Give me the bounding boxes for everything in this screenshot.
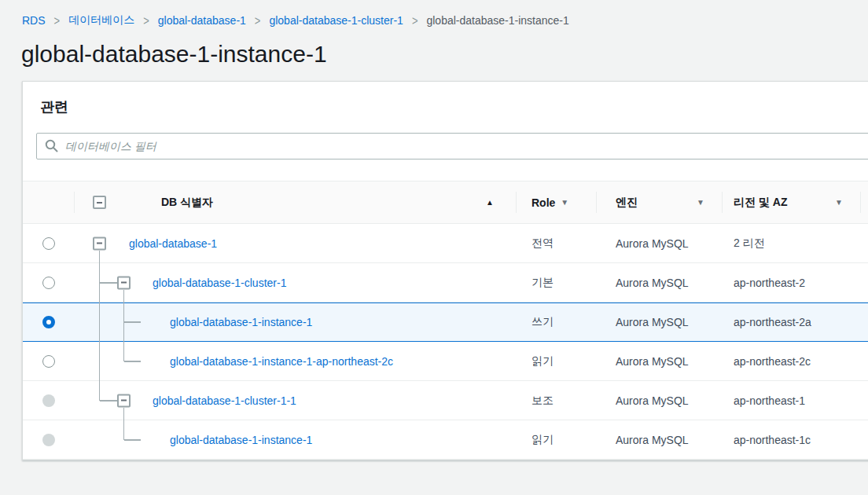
table-header-select-column	[23, 182, 74, 223]
breadcrumb-separator-icon: >	[54, 13, 61, 28]
engine-cell: Aurora MySQL	[596, 381, 722, 420]
region-az-cell: ap-northeast-2	[722, 263, 860, 302]
breadcrumb-link-global-database[interactable]: global-database-1	[158, 14, 246, 27]
table-row: global-database-1-instance-1-ap-northeas…	[23, 342, 868, 381]
role-column-label: Role	[531, 196, 555, 209]
database-filter-search	[36, 133, 868, 160]
region-filter-caret-icon[interactable]: ▼	[835, 198, 843, 207]
region-az-cell: ap-northeast-2c	[722, 342, 860, 380]
row-radio-button-disabled	[42, 434, 55, 446]
region-az-cell: 2 리전	[722, 224, 860, 262]
row-radio-button[interactable]	[42, 237, 55, 250]
breadcrumb-separator-icon: >	[143, 13, 149, 28]
db-identifier-link[interactable]: global-database-1-instance-1	[74, 434, 312, 446]
table-row: global-database-1-instance-1 읽기 Aurora M…	[23, 420, 868, 460]
related-panel: 관련 DB 식별자 ▲ Role ▼ 엔진 ▼ 리전 및 AZ ▼	[22, 81, 868, 460]
engine-cell: Aurora MySQL	[596, 303, 722, 341]
collapse-toggle-icon[interactable]	[117, 394, 131, 407]
row-radio-button-checked[interactable]	[42, 316, 55, 328]
engine-cell: Aurora MySQL	[596, 224, 722, 262]
role-cell: 보조	[516, 381, 596, 420]
table-header-region-az: 리전 및 AZ ▼	[722, 182, 860, 223]
breadcrumb-separator-icon: >	[255, 13, 261, 28]
engine-cell: Aurora MySQL	[596, 420, 722, 459]
table-body: global-database-1 전역 Aurora MySQL 2 리전 g…	[23, 224, 868, 460]
region-az-cell: ap-northeast-1c	[722, 420, 860, 459]
collapse-all-toggle-icon[interactable]	[93, 196, 106, 209]
collapse-toggle-icon[interactable]	[93, 236, 106, 250]
db-identifier-link[interactable]: global-database-1-instance-1-ap-northeas…	[74, 355, 393, 368]
page-title: global-database-1-instance-1	[21, 41, 868, 68]
role-filter-caret-icon[interactable]: ▼	[561, 198, 568, 207]
db-identifier-link[interactable]: global-database-1-cluster-1-1	[74, 394, 296, 407]
table-row-selected: global-database-1-instance-1 쓰기 Aurora M…	[23, 302, 868, 342]
engine-cell: Aurora MySQL	[596, 342, 722, 380]
table-row: global-database-1 전역 Aurora MySQL 2 리전	[23, 224, 868, 263]
table-header-role: Role ▼	[516, 182, 596, 223]
row-radio-button-disabled	[42, 394, 55, 407]
db-identifier-column-label[interactable]: DB 식별자	[161, 196, 213, 210]
collapse-toggle-icon[interactable]	[117, 276, 131, 289]
engine-column-label: 엔진	[616, 196, 638, 210]
db-identifier-link[interactable]: global-database-1-cluster-1	[74, 277, 286, 289]
table-row: global-database-1-cluster-1-1 보조 Aurora …	[23, 381, 868, 420]
role-cell: 읽기	[516, 420, 596, 459]
table-header-engine: 엔진 ▼	[596, 182, 722, 223]
region-az-cell: ap-northeast-2a	[722, 303, 860, 341]
sort-ascending-icon[interactable]: ▲	[486, 198, 494, 207]
database-filter-input[interactable]	[36, 133, 868, 160]
region-az-cell: ap-northeast-1	[722, 381, 860, 420]
related-section-title: 관련	[40, 97, 868, 116]
table-row: global-database-1-cluster-1 기본 Aurora My…	[23, 263, 868, 302]
table-header-extra-column	[860, 182, 868, 223]
breadcrumb-link-databases[interactable]: 데이터베이스	[68, 13, 134, 28]
breadcrumb-separator-icon: >	[412, 13, 418, 28]
table-header-db-identifier: DB 식별자 ▲	[74, 182, 516, 223]
region-az-column-label: 리전 및 AZ	[734, 196, 787, 210]
table-header-row: DB 식별자 ▲ Role ▼ 엔진 ▼ 리전 및 AZ ▼	[23, 181, 868, 224]
related-panel-header: 관련	[23, 82, 868, 160]
row-radio-button[interactable]	[42, 277, 55, 289]
role-cell: 읽기	[516, 342, 596, 380]
breadcrumb-link-rds[interactable]: RDS	[22, 14, 46, 27]
engine-cell: Aurora MySQL	[596, 263, 722, 302]
breadcrumb-current-page: global-database-1-instance-1	[426, 14, 568, 27]
row-radio-button[interactable]	[42, 355, 55, 368]
role-cell: 기본	[516, 263, 596, 302]
db-identifier-link[interactable]: global-database-1-instance-1	[74, 316, 312, 328]
role-cell: 전역	[516, 224, 596, 262]
breadcrumb-link-cluster[interactable]: global-database-1-cluster-1	[269, 14, 403, 27]
engine-filter-caret-icon[interactable]: ▼	[697, 198, 704, 207]
role-cell: 쓰기	[516, 303, 596, 341]
breadcrumb: RDS > 데이터베이스 > global-database-1 > globa…	[0, 0, 868, 28]
